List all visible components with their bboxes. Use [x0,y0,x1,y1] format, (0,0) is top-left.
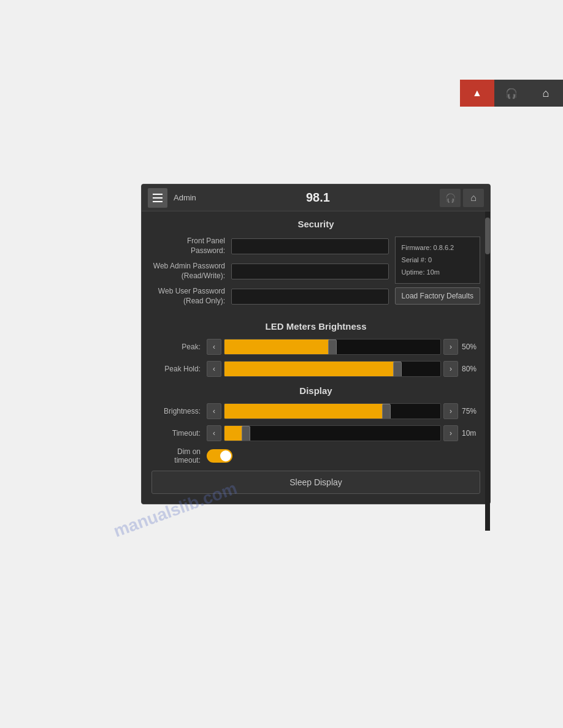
dim-on-timeout-row: Dim on timeout: [151,447,480,464]
brightness-label: Brightness: [151,407,207,415]
panel-headphone-button[interactable]: 🎧 [440,189,461,207]
web-admin-password-label: Web Admin Password (Read/Write): [151,262,231,281]
web-user-password-label: Web User Password (Read Only): [151,287,231,306]
peak-slider-row: Peak: ‹ › 50% [151,339,480,355]
peak-hold-slider-fill [224,362,397,376]
peak-decrease-button[interactable]: ‹ [207,339,221,355]
chevron-left-icon-2: ‹ [213,365,215,373]
serial-info: Serial #: 0 [402,254,473,267]
led-meters-title: LED Meters Brightness [151,321,480,332]
firmware-info: Firmware: 0.8.6.2 [402,242,473,254]
chevron-right-icon-3: › [450,407,452,415]
home-nav-button[interactable]: ⌂ [529,80,563,107]
home-nav-icon: ⌂ [543,87,550,100]
peak-slider-fill [224,339,332,354]
chevron-left-icon: ‹ [213,343,215,351]
peak-hold-value: 80% [458,365,480,373]
chevron-left-icon-3: ‹ [213,407,215,415]
security-fields: Front Panel Password: Web Admin Password… [151,237,389,313]
display-title: Display [151,385,480,396]
admin-label: Admin [174,193,196,202]
chevron-left-icon-4: ‹ [213,429,215,438]
peak-slider-thumb [328,339,337,355]
main-panel: Admin 98.1 🎧 ⌂ Security Front Panel Pass… [141,184,491,504]
peak-hold-slider-row: Peak Hold: ‹ › 80% [151,361,480,377]
peak-value: 50% [458,343,480,351]
timeout-increase-button[interactable]: › [443,425,458,441]
dim-on-timeout-label: Dim on timeout: [151,447,207,464]
timeout-label: Timeout: [151,429,207,438]
peak-slider-track[interactable] [224,339,441,355]
peak-hold-slider-thumb [393,362,402,377]
scrollbar-thumb[interactable] [485,218,490,254]
toggle-knob [220,450,231,461]
led-meters-section: LED Meters Brightness Peak: ‹ › 50% Peak… [151,321,480,377]
alert-nav-button[interactable]: ▲ [460,80,494,107]
timeout-slider-row: Timeout: ‹ › 10m [151,425,480,441]
brightness-increase-button[interactable]: › [443,403,458,419]
alert-icon: ▲ [472,88,482,99]
chevron-right-icon: › [450,343,452,351]
hamburger-icon [153,194,163,202]
panel-header-icons: 🎧 ⌂ [440,189,484,207]
web-admin-password-input[interactable] [231,264,389,279]
info-box-container: Firmware: 0.8.6.2 Serial #: 0 Uptime: 10… [395,237,480,313]
display-section: Display Brightness: ‹ › 75% Timeout: [151,385,480,494]
sleep-display-button[interactable]: Sleep Display [151,471,480,494]
scrollbar[interactable] [485,211,490,531]
front-panel-password-row: Front Panel Password: [151,237,389,256]
web-admin-password-row: Web Admin Password (Read/Write): [151,262,389,281]
timeout-slider-thumb [242,426,250,441]
peak-increase-button[interactable]: › [443,339,458,355]
menu-button[interactable] [148,188,167,208]
uptime-info: Uptime: 10m [402,267,473,279]
info-box: Firmware: 0.8.6.2 Serial #: 0 Uptime: 10… [395,237,480,284]
timeout-decrease-button[interactable]: ‹ [207,425,221,441]
brightness-slider-row: Brightness: ‹ › 75% [151,403,480,419]
brightness-value: 75% [458,407,480,415]
web-user-password-input[interactable] [231,289,389,305]
security-layout: Front Panel Password: Web Admin Password… [151,237,480,313]
panel-header: Admin 98.1 🎧 ⌂ [142,184,490,211]
load-factory-defaults-button[interactable]: Load Factory Defaults [395,287,480,305]
panel-home-button[interactable]: ⌂ [463,189,484,207]
panel-home-icon: ⌂ [470,192,477,203]
timeout-value: 10m [458,429,480,438]
panel-headphone-icon: 🎧 [445,193,456,203]
web-user-password-row: Web User Password (Read Only): [151,287,389,306]
brightness-slider-fill [224,404,386,419]
chevron-right-icon-4: › [450,429,452,438]
dim-on-timeout-toggle[interactable] [207,449,232,463]
brightness-decrease-button[interactable]: ‹ [207,403,221,419]
brightness-slider-thumb [382,404,391,419]
panel-content: Security Front Panel Password: Web Admin… [142,211,490,504]
peak-hold-slider-track[interactable] [224,361,441,377]
frequency-display: 98.1 [196,191,440,205]
peak-label: Peak: [151,343,207,351]
top-nav-bar: ▲ 🎧 ⌂ [460,80,563,107]
peak-hold-label: Peak Hold: [151,365,207,373]
timeout-slider-track[interactable] [224,425,441,441]
front-panel-password-input[interactable] [231,238,389,254]
peak-hold-increase-button[interactable]: › [443,361,458,377]
brightness-slider-track[interactable] [224,403,441,419]
peak-hold-decrease-button[interactable]: ‹ [207,361,221,377]
chevron-right-icon-2: › [450,365,452,373]
security-section: Security Front Panel Password: Web Admin… [151,219,480,313]
front-panel-password-label: Front Panel Password: [151,237,231,256]
headphone-nav-icon: 🎧 [505,88,518,99]
security-title: Security [151,219,480,229]
headphone-nav-button[interactable]: 🎧 [494,80,529,107]
